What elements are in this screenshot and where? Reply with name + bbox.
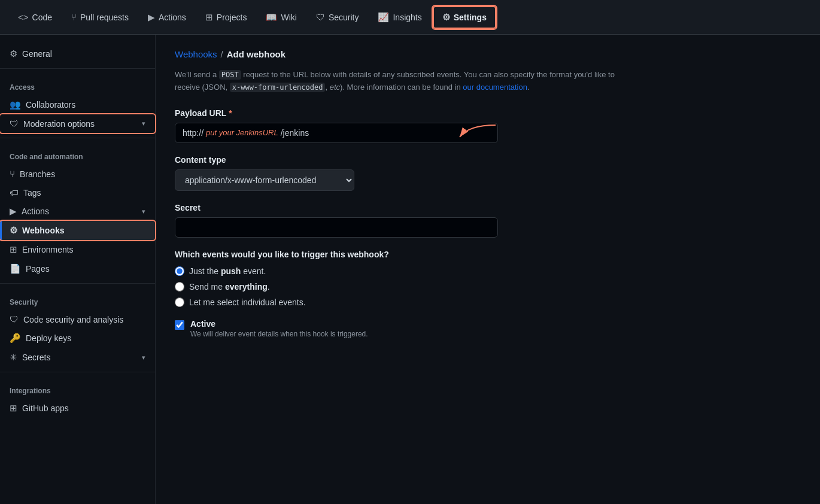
sidebar-item-pages[interactable]: 📄 Pages (0, 259, 155, 278)
sidebar-item-branches[interactable]: ⑂ Branches (0, 165, 155, 183)
content-type-label: Content type (175, 155, 675, 165)
top-navigation: <> Code ⑂ Pull requests ▶ Actions ⊞ Proj… (0, 0, 820, 35)
pages-icon: 📄 (10, 263, 21, 274)
sidebar-item-moderation[interactable]: 🛡 Moderation options ▾ (0, 114, 155, 133)
nav-settings[interactable]: ⚙ Settings (433, 6, 496, 29)
active-sublabel: We will deliver event details when this … (190, 330, 368, 338)
sidebar-item-github-apps[interactable]: ⊞ GitHub apps (0, 399, 155, 418)
wiki-icon: 📖 (266, 12, 277, 23)
projects-icon: ⊞ (205, 12, 213, 23)
sidebar-item-code-security[interactable]: 🛡 Code security and analysis (0, 310, 155, 329)
nav-code[interactable]: <> Code (10, 7, 60, 27)
sidebar-code-automation-label: Code and automation (0, 143, 155, 165)
chevron-down-icon-2: ▾ (142, 208, 145, 215)
payload-url-field: Payload URL * http:// put your JenkinsUR… (175, 108, 675, 143)
sidebar-item-general[interactable]: ⚙ General (0, 44, 155, 63)
chevron-down-icon: ▾ (142, 120, 145, 127)
nav-security[interactable]: 🛡 Security (308, 7, 368, 27)
secret-input[interactable] (175, 217, 498, 238)
sidebar-item-deploy-keys[interactable]: 🔑 Deploy keys (0, 329, 155, 348)
sidebar-item-collaborators[interactable]: 👥 Collaborators (0, 95, 155, 114)
breadcrumb: Webhooks / Add webhook (175, 49, 675, 59)
breadcrumb-separator: / (221, 49, 223, 59)
radio-individual-input[interactable] (175, 297, 184, 307)
radio-everything[interactable]: Send me everything. (175, 282, 675, 292)
secret-field: Secret (175, 203, 675, 238)
chevron-down-icon-3: ▾ (142, 354, 145, 362)
sidebar-integrations-label: Integrations (0, 377, 155, 399)
main-layout: ⚙ General Access 👥 Collaborators 🛡 Moder… (0, 35, 820, 504)
sidebar-divider-4 (0, 372, 155, 372)
webhooks-icon: ⚙ (10, 225, 17, 236)
sidebar-divider-1 (0, 68, 155, 69)
general-gear-icon: ⚙ (10, 48, 17, 59)
main-content: Webhooks / Add webhook We'll send a POST… (156, 35, 694, 504)
arrow-svg (457, 122, 499, 146)
active-checkbox[interactable] (175, 320, 184, 330)
security-icon: 🛡 (316, 12, 325, 22)
branches-icon: ⑂ (10, 169, 15, 179)
radio-everything-label: Send me everything. (189, 282, 270, 292)
secrets-icon: ✳ (10, 352, 17, 363)
sidebar-divider-3 (0, 283, 155, 284)
nav-actions[interactable]: ▶ Actions (139, 7, 195, 28)
environments-icon: ⊞ (10, 244, 17, 255)
settings-gear-icon: ⚙ (442, 12, 450, 23)
active-checkbox-row: Active We will deliver event details whe… (175, 319, 675, 338)
sidebar-access-label: Access (0, 74, 155, 95)
deploy-keys-icon: 🔑 (10, 333, 21, 344)
required-indicator: * (229, 108, 232, 118)
breadcrumb-webhooks-link[interactable]: Webhooks (175, 49, 217, 59)
content-type-field: Content type application/x-www-form-urle… (175, 155, 675, 191)
docs-link[interactable]: our documentation (463, 83, 527, 92)
radio-just-push-input[interactable] (175, 266, 184, 276)
sidebar-item-actions[interactable]: ▶ Actions ▾ (0, 202, 155, 221)
radio-individual[interactable]: Let me select individual events. (175, 297, 675, 307)
payload-url-label: Payload URL * (175, 108, 675, 118)
actions-icon: ▶ (10, 206, 17, 217)
payload-url-input-display[interactable]: http:// put your JenkinsURL /jenkins (175, 123, 498, 143)
code-security-icon: 🛡 (10, 314, 19, 324)
pull-requests-icon: ⑂ (71, 12, 77, 22)
nav-wiki[interactable]: 📖 Wiki (257, 7, 305, 28)
radio-just-push[interactable]: Just the push event. (175, 266, 675, 276)
sidebar-item-webhooks[interactable]: ⚙ Webhooks (0, 221, 155, 240)
radio-everything-input[interactable] (175, 282, 184, 292)
github-apps-icon: ⊞ (10, 403, 17, 414)
active-label-group: Active We will deliver event details whe… (190, 319, 368, 338)
radio-just-push-label: Just the push event. (189, 266, 266, 276)
collaborators-icon: 👥 (10, 99, 21, 110)
nav-insights[interactable]: 📈 Insights (369, 7, 430, 28)
webhook-description: We'll send a POST request to the URL bel… (175, 69, 642, 94)
sidebar-security-label: Security (0, 289, 155, 310)
sidebar-item-environments[interactable]: ⊞ Environments (0, 240, 155, 259)
active-label: Active (190, 319, 368, 329)
actions-play-icon: ▶ (148, 12, 155, 23)
events-section: Which events would you like to trigger t… (175, 250, 675, 307)
tags-icon: 🏷 (10, 187, 19, 198)
sidebar-divider-2 (0, 138, 155, 138)
secret-label: Secret (175, 203, 675, 212)
sidebar-item-tags[interactable]: 🏷 Tags (0, 183, 155, 202)
insights-icon: 📈 (378, 12, 389, 23)
breadcrumb-current: Add webhook (227, 49, 286, 59)
nav-projects[interactable]: ⊞ Projects (197, 7, 256, 28)
sidebar-item-secrets[interactable]: ✳ Secrets ▾ (0, 348, 155, 367)
events-question: Which events would you like to trigger t… (175, 250, 675, 259)
moderation-icon: 🛡 (10, 119, 19, 129)
events-radio-group: Just the push event. Send me everything.… (175, 266, 675, 307)
nav-pull-requests[interactable]: ⑂ Pull requests (63, 7, 137, 27)
radio-individual-label: Let me select individual events. (189, 297, 306, 307)
code-icon: <> (18, 12, 29, 22)
sidebar: ⚙ General Access 👥 Collaborators 🛡 Moder… (0, 35, 156, 504)
content-type-select[interactable]: application/x-www-form-urlencoded applic… (175, 169, 354, 191)
